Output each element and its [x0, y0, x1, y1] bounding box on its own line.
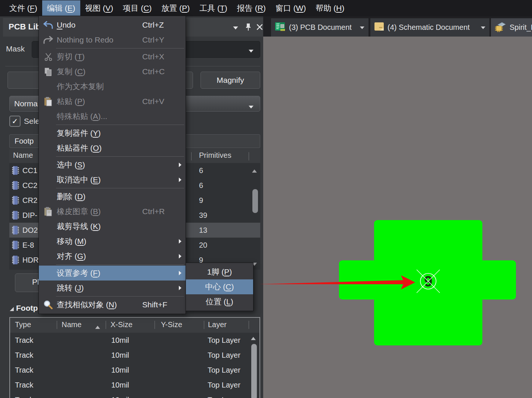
submenu-arrow-icon	[178, 254, 182, 260]
menu-item-4[interactable]: 复制 (C)Ctrl+C	[39, 64, 186, 79]
cut-icon	[41, 52, 55, 62]
footprint-name: DO2	[22, 223, 38, 238]
libdoc-icon	[495, 21, 506, 34]
scrollbar-thumb[interactable]	[251, 344, 257, 398]
menu-item-13[interactable]: 取消选中 (E)	[39, 172, 186, 187]
menubar-item-6[interactable]: 报告 (R)	[232, 0, 271, 16]
menu-item-18[interactable]: 移动 (M)	[39, 234, 186, 249]
column-header-primitives[interactable]: Primitives	[199, 151, 231, 160]
stamp-icon	[41, 207, 55, 217]
scroll-up-icon[interactable]	[251, 335, 256, 342]
table-cell: Top Layer	[208, 348, 240, 363]
document-tab-0[interactable]: (3) PCB Document	[271, 18, 368, 37]
magnify-button[interactable]: Magnify	[200, 72, 260, 89]
tab-label: (3) PCB Document	[289, 23, 352, 32]
menu-separator	[56, 188, 184, 188]
copy-icon	[41, 67, 55, 76]
footprint-primitive-count: 13	[199, 223, 207, 238]
redo-icon	[41, 35, 55, 45]
menubar-item-4[interactable]: 放置 (P)	[156, 0, 195, 16]
menu-item-15[interactable]: 删除 (D)	[39, 189, 186, 204]
menu-item-shortcut: Ctrl+X	[142, 52, 164, 61]
menubar-item-5[interactable]: 工具 (T)	[195, 0, 232, 16]
table-row[interactable]: Track10milTop Layer	[10, 377, 259, 392]
column-divider	[106, 321, 106, 329]
table-row[interactable]: Track10milTop Layer	[10, 363, 259, 377]
menu-item-5[interactable]: 作为文本复制	[39, 79, 186, 94]
menu-item-22[interactable]: 跳转 (J)	[39, 281, 186, 295]
menu-item-shortcut: Shift+F	[142, 300, 167, 309]
select-checkbox[interactable]: ✓	[9, 116, 21, 127]
table-column-header-x-size[interactable]: X-Size	[111, 320, 133, 329]
menu-item-label: Nothing to Redo	[57, 35, 113, 44]
menu-item-7[interactable]: 特殊粘贴 (A)...	[39, 109, 186, 124]
column-divider	[191, 152, 192, 160]
menu-item-24[interactable]: 查找相似对象 (N)Shift+F	[39, 297, 186, 312]
chevron-down-icon[interactable]	[233, 25, 239, 31]
menu-item-6[interactable]: 粘贴 (P)Ctrl+V	[39, 94, 186, 109]
menu-item-shortcut: Ctrl+Z	[142, 21, 164, 29]
footprint-primitive-count: 9	[199, 193, 203, 208]
menu-item-10[interactable]: 粘贴器件 (O)	[39, 141, 186, 156]
menubar-item-1[interactable]: 编辑 (E)	[42, 0, 80, 16]
pin-icon[interactable]	[245, 23, 252, 33]
table-row[interactable]: Track10milTop Layer	[10, 348, 259, 363]
submenu-item-1[interactable]: 中心 (C)	[186, 279, 253, 294]
chip-icon	[12, 240, 19, 252]
menu-item-17[interactable]: 裁剪导线 (K)	[39, 219, 186, 234]
submenu-item-0[interactable]: 1脚 (P)	[186, 264, 253, 279]
chip-icon	[12, 195, 19, 207]
table-row[interactable]: Track10milTop Layer	[10, 333, 259, 348]
chevron-down-icon[interactable]	[360, 24, 365, 31]
document-tab-2[interactable]: Spirit_L	[491, 18, 532, 37]
menu-item-label: 查找相似对象 (N)	[57, 300, 117, 310]
footprint-primitives-section-label[interactable]: Footp	[16, 304, 38, 313]
place-button-label: Pl	[32, 278, 39, 286]
menu-separator	[56, 125, 184, 125]
menu-item-16[interactable]: 橡皮图章 (B)Ctrl+R	[39, 204, 186, 219]
pcb-editor-canvas[interactable]: 9	[263, 37, 532, 398]
submenu-item-2[interactable]: 位置 (L)	[186, 294, 253, 309]
menu-item-label: 裁剪导线 (K)	[57, 221, 101, 232]
menubar-item-8[interactable]: 帮助 (H)	[311, 0, 349, 16]
menubar-item-2[interactable]: 视图 (V)	[80, 0, 118, 16]
chip-icon	[12, 255, 19, 267]
table-column-header-name[interactable]: Name	[62, 320, 81, 329]
menu-item-19[interactable]: 对齐 (G)	[39, 249, 186, 264]
menubar-item-3[interactable]: 项目 (C)	[118, 0, 156, 16]
table-column-header-type[interactable]: Type	[15, 320, 31, 329]
menu-item-12[interactable]: 选中 (S)	[39, 157, 186, 172]
column-header-name[interactable]: Name	[13, 151, 33, 160]
menu-separator	[56, 296, 184, 297]
section-collapse-icon[interactable]	[9, 306, 14, 313]
menu-item-21[interactable]: 设置参考 (F)	[39, 266, 186, 281]
sort-ascending-icon	[95, 322, 100, 331]
menubar-item-0[interactable]: 文件 (F)	[4, 0, 42, 16]
menu-item-9[interactable]: 复制器件 (Y)	[39, 126, 186, 141]
schdoc-icon	[374, 22, 384, 33]
menubar-item-7[interactable]: 窗口 (W)	[271, 0, 311, 16]
menu-item-label: 复制 (C)	[57, 66, 85, 77]
document-tab-1[interactable]: (4) Schematic Document	[370, 18, 489, 37]
menu-item-1[interactable]: Nothing to RedoCtrl+Y	[39, 32, 186, 47]
footprint-primitive-count: 20	[199, 238, 207, 253]
app-window: 文件 (F)编辑 (E)视图 (V)项目 (C)放置 (P)工具 (T)报告 (…	[0, 0, 532, 398]
table-cell: 10mil	[111, 392, 129, 398]
menu-separator	[56, 48, 184, 48]
table-cell: 10mil	[111, 363, 129, 377]
table-column-header-layer[interactable]: Layer	[208, 320, 227, 329]
close-icon[interactable]	[256, 24, 263, 32]
table-column-header-y-size[interactable]: Y-Size	[161, 320, 182, 329]
set-reference-submenu: 1脚 (P)中心 (C)位置 (L)	[186, 263, 253, 311]
chevron-down-icon[interactable]	[480, 24, 486, 31]
annotation-arrow	[257, 272, 421, 292]
find-icon	[41, 300, 55, 310]
footprint-name: CC2	[22, 178, 37, 193]
undo-icon	[41, 21, 55, 30]
menu-item-0[interactable]: UndoCtrl+Z	[39, 18, 186, 32]
document-tab-bar: (3) PCB Document(4) Schematic DocumentSp…	[263, 16, 532, 37]
menu-bar: 文件 (F)编辑 (E)视图 (V)项目 (C)放置 (P)工具 (T)报告 (…	[0, 0, 532, 16]
table-row[interactable]: Track10milTop Layer	[10, 392, 259, 398]
menu-item-3[interactable]: 剪切 (T)Ctrl+X	[39, 49, 186, 64]
menu-item-label: 跳转 (J)	[57, 283, 84, 293]
